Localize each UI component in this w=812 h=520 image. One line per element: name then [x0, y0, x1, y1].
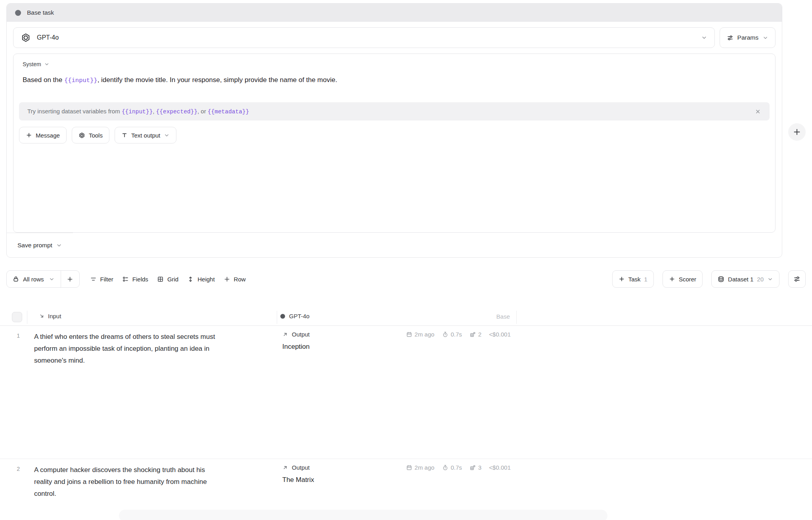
database-icon [718, 276, 724, 283]
input-cell[interactable]: A thief who enters the dreams of others … [34, 331, 220, 367]
plus-icon [619, 276, 625, 282]
add-task-button[interactable]: Task 1 [612, 270, 654, 288]
run-duration: 0.7s [442, 331, 462, 338]
text-format-icon [121, 132, 128, 138]
add-row-button[interactable]: Row [224, 276, 246, 283]
arrow-up-right-icon [282, 465, 288, 470]
model-column-header[interactable]: GPT-4o [280, 313, 310, 319]
plus-icon [26, 132, 32, 138]
task-title: Base task [27, 9, 54, 16]
grid-body: 1 A thief who enters the dreams of other… [0, 326, 812, 520]
prompt-text-pre: Based on the [23, 76, 64, 84]
rows-scope-control: All rows [6, 270, 80, 288]
prompt-playground-card: Base task GPT-4o Params [6, 3, 782, 258]
output-cell[interactable]: Output 2m ago 0.7 [282, 331, 511, 351]
dataset-label: Dataset 1 [728, 276, 753, 283]
tokens-icon [469, 331, 476, 338]
column-divider [516, 311, 517, 324]
grid-view-button[interactable]: Grid [157, 276, 178, 283]
model-select[interactable]: GPT-4o [13, 27, 715, 48]
view-settings-button[interactable] [788, 270, 806, 288]
horizontal-scrollbar[interactable] [119, 510, 607, 520]
message-role-selector[interactable]: System [13, 61, 59, 67]
tokens-icon [469, 465, 476, 471]
column-divider [277, 311, 277, 324]
variant-label: Base [496, 313, 510, 320]
task-status-icon [15, 10, 21, 16]
role-label: System [23, 61, 41, 67]
row-height-button[interactable]: Height [187, 276, 214, 283]
model-column-label: GPT-4o [289, 313, 310, 319]
arrow-up-right-icon [282, 331, 288, 337]
dataset-count: 20 [757, 276, 764, 283]
select-all-checkbox[interactable] [12, 312, 22, 322]
stopwatch-icon [442, 331, 448, 338]
sliders-icon [727, 34, 733, 41]
add-row-quick-button[interactable] [61, 271, 79, 287]
composer-actions: Message Tools Text output [19, 127, 770, 143]
input-column-label: Input [48, 313, 61, 319]
arrow-down-right-icon [39, 313, 45, 319]
stopwatch-icon [442, 465, 448, 471]
add-task-rail-button[interactable] [788, 123, 806, 141]
chevron-down-icon [44, 61, 50, 67]
filter-icon [90, 276, 97, 283]
openai-logo-icon [21, 32, 31, 43]
row-number: 1 [0, 333, 20, 339]
all-rows-label: All rows [23, 276, 44, 283]
row-label: Row [234, 276, 246, 283]
dataset-selector[interactable]: Dataset 1 20 [711, 270, 779, 288]
output-label: Output [282, 331, 310, 338]
chevron-down-icon [56, 242, 62, 249]
grid-header-row: Input GPT-4o Base [0, 309, 812, 326]
chevron-down-icon [49, 276, 55, 282]
add-scorer-button[interactable]: Scorer [663, 270, 703, 288]
run-metadata: 2m ago 0.7s 3 [406, 464, 511, 471]
task-count: 1 [644, 276, 647, 283]
close-icon[interactable] [755, 108, 761, 115]
input-variable-token: {{input}} [64, 77, 98, 84]
chevron-down-icon [762, 35, 768, 41]
chevron-down-icon [164, 132, 170, 138]
fields-button[interactable]: Fields [122, 276, 148, 283]
tools-icon [79, 132, 85, 139]
height-label: Height [197, 276, 214, 283]
height-icon [187, 276, 194, 283]
fields-icon [122, 276, 129, 283]
calendar-icon [406, 331, 412, 338]
all-rows-dropdown[interactable]: All rows [7, 271, 61, 287]
hint-text: Try inserting dataset variables from {{i… [27, 108, 249, 115]
table-row[interactable]: 1 A thief who enters the dreams of other… [0, 326, 812, 459]
save-prompt-label: Save prompt [17, 242, 52, 249]
run-time: 2m ago [406, 331, 435, 338]
plus-icon [224, 276, 230, 283]
run-duration: 0.7s [442, 464, 462, 471]
plus-icon [669, 276, 675, 282]
model-row: GPT-4o Params [7, 22, 782, 54]
row-number: 2 [0, 466, 20, 472]
run-cost: <$0.001 [489, 331, 511, 338]
column-divider [27, 311, 27, 324]
prompt-editor[interactable]: System Based on the {{input}}, identify … [13, 54, 776, 233]
output-value: The Matrix [282, 476, 511, 484]
calendar-icon [406, 465, 412, 471]
add-message-button[interactable]: Message [19, 127, 67, 143]
input-cell[interactable]: A computer hacker discovers the shocking… [34, 464, 220, 500]
dataset-variables-hint: Try inserting dataset variables from {{i… [19, 102, 770, 120]
input-column-header[interactable]: Input [39, 313, 61, 319]
scorer-label: Scorer [679, 276, 696, 283]
run-cost: <$0.001 [489, 464, 511, 471]
tools-button[interactable]: Tools [72, 127, 109, 143]
system-prompt-text[interactable]: Based on the {{input}}, identify the mov… [13, 74, 775, 86]
params-button[interactable]: Params [720, 27, 776, 48]
save-prompt-button[interactable]: Save prompt [7, 233, 73, 257]
chevron-down-icon [767, 276, 773, 282]
tools-label: Tools [89, 132, 103, 139]
output-cell[interactable]: Output 2m ago 0.7 [282, 464, 511, 484]
fields-label: Fields [132, 276, 148, 283]
text-output-button[interactable]: Text output [115, 127, 176, 143]
message-label: Message [36, 132, 60, 139]
filter-button[interactable]: Filter [90, 276, 113, 283]
grid-toolbar: All rows Filter Fields [0, 266, 812, 292]
grid-icon [157, 276, 164, 283]
